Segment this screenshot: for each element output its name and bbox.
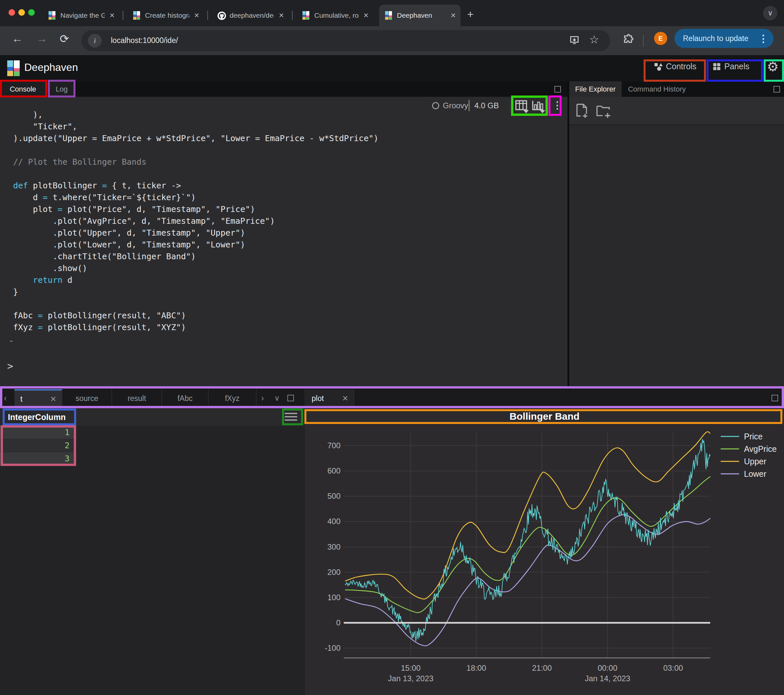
svg-text:21:00: 21:00: [532, 664, 552, 672]
code-line: plot = plot("Price", d, "Timestamp", "Pr…: [13, 203, 255, 215]
tab-plot[interactable]: plot ✕: [305, 389, 354, 408]
code-line: [13, 144, 18, 156]
code-line: }: [13, 286, 18, 298]
chart-panel: Bollinger Band 7006005004003002001000-10…: [305, 408, 784, 695]
browser-tab-2[interactable]: Create histograms | De✕: [127, 5, 204, 26]
browser-tab-5[interactable]: Deephaven✕: [379, 5, 461, 26]
app-title: Deephaven: [24, 61, 78, 74]
console-maximize-icon[interactable]: [554, 86, 561, 92]
relaunch-button[interactable]: Relaunch to update ⋮: [674, 29, 774, 48]
controls-label: Controls: [666, 62, 697, 71]
fold-gutter-marker[interactable]: -: [8, 335, 14, 346]
close-tab-icon[interactable]: ✕: [450, 12, 456, 19]
site-info-icon[interactable]: i: [88, 34, 102, 48]
deephaven-favicon-icon: [48, 11, 56, 20]
bookmark-star-icon[interactable]: ☆: [589, 33, 599, 46]
deephaven-favicon-icon: [133, 11, 141, 20]
tab-search-chevron-button[interactable]: ∨: [763, 6, 777, 20]
browser-tab-4[interactable]: Cumulative, rolling, an✕: [296, 5, 373, 26]
tab-console[interactable]: Console: [0, 81, 46, 97]
tabs-scroll-right-icon[interactable]: ›: [261, 393, 264, 403]
svg-text:03:00: 03:00: [663, 664, 683, 672]
console-panel: Groovy 4.0 GB ⋮ ), "Ticker",).update("Up…: [0, 97, 568, 388]
bottom-tab-t[interactable]: t✕: [15, 389, 62, 408]
close-window-button[interactable]: [8, 9, 15, 16]
svg-text:400: 400: [328, 517, 341, 526]
table-panel: IntegerColumn 123: [0, 408, 305, 695]
svg-text:15:00: 15:00: [401, 664, 420, 672]
zoom-window-button[interactable]: [28, 9, 35, 16]
svg-text:200: 200: [328, 568, 341, 576]
table-header: IntegerColumn: [0, 408, 305, 426]
panels-button[interactable]: Panels: [713, 62, 749, 71]
relaunch-label: Relaunch to update: [683, 34, 749, 43]
browser-tab-1[interactable]: Navigate the GUI | Dee✕: [43, 5, 119, 26]
controls-button[interactable]: Controls: [654, 62, 697, 71]
browser-menu-kebab-icon[interactable]: ⋮: [758, 33, 768, 44]
panels-label: Panels: [724, 62, 749, 71]
table-options-hamburger-icon[interactable]: [285, 413, 297, 421]
svg-text:Lower: Lower: [744, 469, 766, 479]
tab-file-explorer[interactable]: File Explorer: [569, 81, 622, 97]
install-app-icon[interactable]: [569, 35, 580, 46]
bottom-tab-result[interactable]: result: [112, 389, 162, 408]
bottom-tab-label: source: [76, 394, 98, 403]
settings-gear-icon[interactable]: ⚙: [767, 59, 779, 74]
bottom-tab-label: t: [20, 395, 22, 404]
table-row[interactable]: 3: [0, 452, 76, 465]
close-icon[interactable]: ✕: [50, 395, 56, 404]
console-overflow-kebab-icon[interactable]: ⋮: [552, 99, 562, 111]
bollinger-chart[interactable]: 7006005004003002001000-10015:0018:0021:0…: [305, 408, 784, 695]
new-tab-button[interactable]: +: [467, 8, 474, 21]
code-editor[interactable]: ), "Ticker",).update("Upper = EmaPrice +…: [13, 111, 564, 335]
bottom-tab-fAbc[interactable]: fAbc: [162, 389, 209, 408]
extensions-icon[interactable]: [623, 33, 634, 45]
deephaven-logo-icon: [7, 60, 20, 76]
deephaven-favicon-icon: [384, 11, 393, 20]
plot-panel-maximize-icon[interactable]: [772, 395, 778, 401]
close-tab-icon[interactable]: ✕: [363, 12, 369, 19]
code-line: ),: [13, 111, 43, 121]
controls-shapes-icon: [654, 62, 663, 71]
bottom-tab-fXyz[interactable]: fXyz: [209, 389, 257, 408]
bottom-tab-label: fAbc: [178, 394, 193, 403]
table-panel-maximize-icon[interactable]: [287, 395, 294, 401]
code-line: d = t.where("Ticker=`${ticker}`"): [13, 191, 196, 203]
new-file-icon[interactable]: [575, 103, 589, 118]
svg-text:Jan 13, 2023: Jan 13, 2023: [388, 674, 434, 683]
svg-text:Jan 14, 2023: Jan 14, 2023: [585, 674, 631, 683]
tab-separator: [292, 11, 293, 20]
bottom-tab-source[interactable]: source: [62, 389, 112, 408]
close-tab-icon[interactable]: ✕: [109, 12, 115, 19]
sidebar-tab-row: File Explorer Command History: [568, 81, 784, 97]
forward-icon[interactable]: →: [36, 32, 47, 45]
browser-tab-3[interactable]: deephaven/deephaven✕: [212, 5, 289, 26]
tab-command-history[interactable]: Command History: [622, 81, 692, 97]
minimize-window-button[interactable]: [18, 9, 25, 16]
reload-icon[interactable]: ⟳: [60, 32, 69, 45]
tabs-dropdown-chevron-icon[interactable]: ∨: [274, 394, 280, 403]
svg-text:Price: Price: [744, 432, 763, 441]
table-row[interactable]: 1: [0, 426, 76, 439]
sidebar-maximize-icon[interactable]: [774, 86, 780, 92]
svg-text:0: 0: [336, 618, 341, 627]
tab-log[interactable]: Log: [49, 81, 75, 97]
code-line: "Ticker",: [13, 121, 77, 132]
bottom-tab-label: result: [128, 394, 146, 403]
column-header-integercolumn[interactable]: IntegerColumn: [8, 413, 66, 422]
code-line: [13, 168, 18, 180]
close-tab-icon[interactable]: ✕: [194, 12, 199, 19]
code-line: // Plot the Bollinger Bands: [13, 156, 146, 168]
svg-text:-100: -100: [325, 644, 341, 652]
table-row[interactable]: 2: [0, 439, 76, 452]
close-tab-icon[interactable]: ✕: [278, 12, 284, 19]
close-icon[interactable]: ✕: [342, 394, 348, 403]
back-icon[interactable]: ←: [12, 32, 23, 45]
new-folder-icon[interactable]: [596, 104, 611, 118]
panel-divider[interactable]: [568, 81, 569, 388]
tabs-scroll-left-icon[interactable]: ‹: [4, 393, 7, 403]
deephaven-favicon-icon: [302, 11, 310, 20]
browser-profile-avatar[interactable]: E: [654, 32, 667, 45]
url-bar[interactable]: i localhost:10000/ide/ ☆: [81, 30, 610, 51]
svg-text:500: 500: [328, 492, 341, 500]
